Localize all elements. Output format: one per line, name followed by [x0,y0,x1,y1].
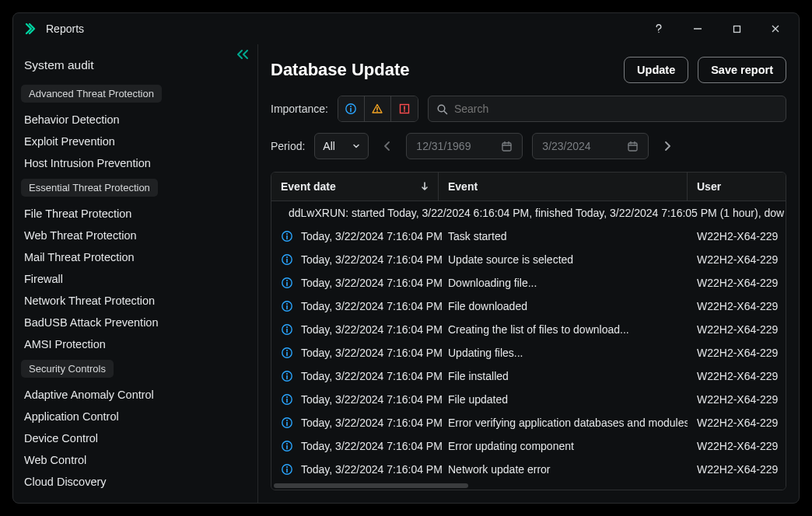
sidebar-item[interactable]: Mail Threat Protection [21,246,250,268]
sidebar-item[interactable]: BadUSB Attack Prevention [21,312,250,333]
maximize-button[interactable] [721,16,752,41]
cell-event: Update source is selected [439,253,688,266]
cell-event: Downloading file... [439,277,688,289]
col-header-event[interactable]: Event [439,173,688,200]
table-row[interactable]: Today, 3/22/2024 7:16:04 PMFile download… [271,295,786,318]
table-row[interactable]: Today, 3/22/2024 7:16:04 PMFile installe… [271,364,786,388]
period-select[interactable]: All [314,133,369,159]
search-input[interactable] [454,103,778,115]
scrollbar-thumb[interactable] [274,483,468,488]
save-report-button[interactable]: Save report [698,57,786,83]
svg-point-16 [286,303,288,305]
svg-point-30 [286,466,288,468]
cell-event: File installed [439,370,688,382]
cell-date: Today, 3/22/2024 7:16:04 PM [271,253,439,266]
sidebar-item[interactable]: Firewall [21,268,250,290]
table-row[interactable]: Today, 3/22/2024 7:16:04 PMUpdating file… [271,341,786,364]
collapse-sidebar-button[interactable] [236,49,250,60]
cell-user: W22H2-X64-229 [688,253,786,266]
app-title: Reports [46,23,84,35]
cell-event: File updated [439,393,688,406]
table-group-label: ddLwXRUN: started Today, 3/22/2024 6:16:… [289,207,784,219]
cell-user: W22H2-X64-229 [688,323,786,336]
cell-event: File downloaded [439,300,688,312]
sort-desc-icon [421,182,429,191]
col-header-user[interactable]: User [688,173,786,200]
importance-warning-toggle[interactable] [365,96,391,121]
close-button[interactable] [760,16,791,41]
sidebar-group-title: Security Controls [21,360,114,378]
search-field[interactable] [428,96,786,122]
sidebar-item[interactable]: File Threat Protection [21,203,250,225]
table-row[interactable]: Today, 3/22/2024 7:16:04 PMError verifyi… [271,411,786,434]
sidebar-item[interactable]: Network Threat Protection [21,290,250,312]
table-body: ddLwXRUN: started Today, 3/22/2024 6:16:… [271,201,786,482]
cell-event: Error updating component [439,440,688,452]
table-row[interactable]: Today, 3/22/2024 7:16:04 PMFile updatedW… [271,388,786,411]
importance-info-toggle[interactable] [338,96,365,121]
info-icon [281,230,293,242]
cell-user: W22H2-X64-229 [688,463,786,476]
sidebar-item[interactable]: Cloud Discovery [21,471,250,493]
info-icon [281,253,293,266]
svg-point-26 [286,420,288,421]
sidebar-item[interactable]: Host Intrusion Prevention [21,152,250,174]
table-row[interactable]: Today, 3/22/2024 7:16:04 PMDownloading f… [271,271,786,295]
event-date-text: Today, 3/22/2024 7:16:04 PM [301,347,443,359]
cell-user: W22H2-X64-229 [688,440,786,452]
period-prev-button[interactable] [378,137,397,155]
table-row[interactable]: Today, 3/22/2024 7:16:04 PMTask startedW… [271,225,786,248]
table-row[interactable]: Today, 3/22/2024 7:16:04 PMNetwork updat… [271,458,786,481]
cell-date: Today, 3/22/2024 7:16:04 PM [271,277,439,289]
cell-date: Today, 3/22/2024 7:16:04 PM [271,370,439,382]
date-from-value: 12/31/1969 [416,140,471,152]
event-date-text: Today, 3/22/2024 7:16:04 PM [301,440,443,452]
minimize-button[interactable] [682,16,713,41]
importance-critical-toggle[interactable] [391,96,418,121]
sidebar-item[interactable]: Web Threat Protection [21,225,250,246]
sidebar-item[interactable]: Web Control [21,449,250,471]
cell-user: W22H2-X64-229 [688,277,786,289]
info-icon [281,277,293,289]
table-row[interactable]: Today, 3/22/2024 7:16:04 PMError updatin… [271,434,786,458]
period-label: Period: [271,140,305,152]
sidebar-item[interactable]: Adaptive Anomaly Control [21,384,250,406]
date-from-input[interactable]: 12/31/1969 [406,133,523,159]
calendar-icon [501,141,513,152]
sidebar-item[interactable]: AMSI Protection [21,333,250,355]
svg-point-18 [286,326,288,328]
cell-user: W22H2-X64-229 [688,347,786,359]
col-header-event-date[interactable]: Event date [271,173,439,200]
events-table: Event date Event User ddLwXRUN: started … [271,172,786,490]
cell-user: W22H2-X64-229 [688,300,786,312]
sidebar-item[interactable]: Application Control [21,406,250,427]
table-group-row[interactable]: ddLwXRUN: started Today, 3/22/2024 6:16:… [271,201,786,225]
sidebar-item-system-audit[interactable]: System audit [21,55,250,80]
svg-rect-7 [502,143,511,151]
cell-date: Today, 3/22/2024 7:16:04 PM [271,417,439,429]
event-date-text: Today, 3/22/2024 7:16:04 PM [301,370,443,382]
event-date-text: Today, 3/22/2024 7:16:04 PM [301,300,443,312]
table-header: Event date Event User [271,173,786,201]
sidebar-item[interactable]: Behavior Detection [21,109,250,131]
svg-point-22 [286,373,288,375]
horizontal-scrollbar[interactable] [271,482,786,490]
help-button[interactable] [643,16,674,41]
chevron-right-icon [663,141,671,151]
calendar-icon [627,141,639,152]
page-title: Database Update [271,60,614,80]
update-button[interactable]: Update [624,57,688,83]
event-date-text: Today, 3/22/2024 7:16:04 PM [301,323,443,336]
date-to-input[interactable]: 3/23/2024 [532,133,649,159]
period-next-button[interactable] [658,137,677,155]
event-date-text: Today, 3/22/2024 7:16:04 PM [301,417,443,429]
event-date-text: Today, 3/22/2024 7:16:04 PM [301,463,443,476]
cell-date: Today, 3/22/2024 7:16:04 PM [271,300,439,312]
table-row[interactable]: Today, 3/22/2024 7:16:04 PMCreating the … [271,318,786,341]
table-row[interactable]: Today, 3/22/2024 7:16:04 PMUpdate source… [271,248,786,271]
search-icon [436,103,448,115]
info-icon [281,463,293,476]
svg-point-10 [286,233,288,235]
sidebar-item[interactable]: Exploit Prevention [21,131,250,152]
sidebar-item[interactable]: Device Control [21,427,250,449]
